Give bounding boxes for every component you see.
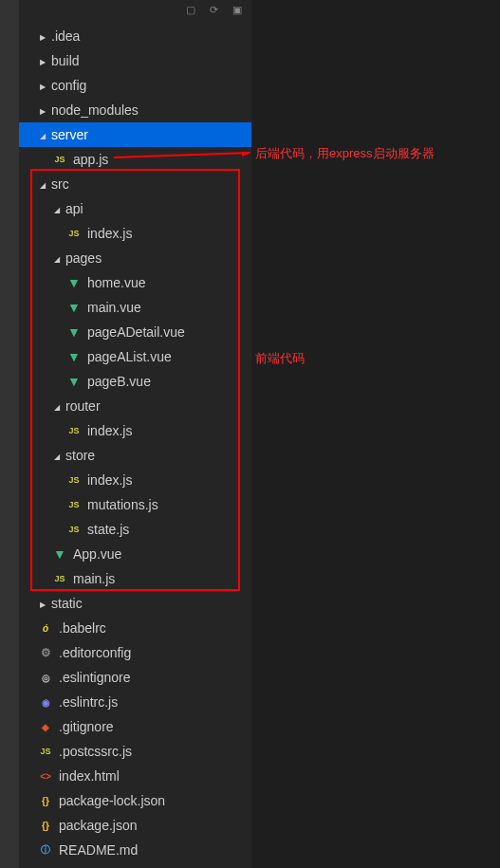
file-label: package-lock.json [59, 793, 165, 808]
file-label: .editorconfig [59, 645, 131, 660]
file-package-lock[interactable]: {} package-lock.json [19, 788, 251, 813]
babel-icon: ό [38, 620, 53, 636]
header-actions: ▢ ⟳ ▣ [186, 4, 242, 16]
chevron-down-icon [52, 253, 62, 264]
file-label: mutations.js [87, 497, 158, 512]
file-label: home.vue [87, 275, 145, 290]
activity-bar [0, 0, 19, 868]
collapse-icon[interactable]: ▣ [232, 4, 242, 16]
editor-area [251, 0, 498, 868]
file-label: .postcssrc.js [59, 744, 132, 759]
folder-label: static [51, 596, 83, 611]
file-tree: .idea build config node_modules server [19, 19, 251, 862]
json-icon: {} [38, 818, 53, 833]
file-home-vue[interactable]: ▼ home.vue [19, 270, 251, 295]
vue-icon: ▼ [66, 349, 82, 364]
explorer-header: ▢ ⟳ ▣ [19, 0, 251, 19]
vue-icon: ▼ [66, 374, 82, 389]
folder-config[interactable]: config [19, 73, 251, 98]
folder-label: config [51, 78, 86, 93]
file-pageadetail-vue[interactable]: ▼ pageADetail.vue [19, 320, 251, 344]
file-mutations-js[interactable]: JS mutations.js [19, 492, 251, 517]
file-label: package.json [59, 818, 138, 833]
chevron-down-icon [38, 179, 47, 190]
file-label: app.js [73, 152, 108, 167]
folder-label: node_modules [51, 102, 139, 118]
folder-node-modules[interactable]: node_modules [19, 98, 251, 122]
file-router-index-js[interactable]: JS index.js [19, 418, 251, 443]
file-eslintignore[interactable]: ◎ .eslintignore [19, 665, 251, 690]
js-icon: JS [52, 571, 67, 586]
json-icon: {} [38, 793, 53, 808]
file-label: pageADetail.vue [87, 324, 185, 340]
eslint-icon: ◉ [38, 694, 53, 710]
folder-label: server [51, 127, 88, 142]
file-label: pageB.vue [87, 374, 151, 389]
js-icon: JS [66, 226, 82, 241]
file-app-vue[interactable]: ▼ App.vue [19, 542, 251, 566]
chevron-right-icon [38, 599, 47, 609]
folder-label: pages [65, 250, 102, 266]
file-label: .gitignore [59, 719, 114, 734]
file-readme[interactable]: ⓘ README.md [19, 838, 251, 862]
file-eslintrc[interactable]: ◉ .eslintrc.js [19, 690, 251, 714]
folder-static[interactable]: static [19, 591, 251, 616]
file-label: pageAList.vue [87, 349, 172, 364]
file-store-index-js[interactable]: JS index.js [19, 468, 251, 492]
annotation-backend-label: 后端代码，用express启动服务器 [255, 145, 435, 162]
folder-server[interactable]: server [19, 122, 251, 147]
chevron-right-icon [38, 31, 47, 42]
folder-build[interactable]: build [19, 48, 251, 73]
folder-src[interactable]: src [19, 172, 251, 196]
file-gitignore[interactable]: ◆ .gitignore [19, 714, 251, 739]
folder-router[interactable]: router [19, 394, 251, 418]
file-label: index.js [87, 226, 132, 241]
chevron-down-icon [52, 401, 62, 412]
file-label: .babelrc [59, 620, 106, 636]
folder-idea[interactable]: .idea [19, 24, 251, 48]
chevron-right-icon [38, 105, 47, 116]
file-api-index-js[interactable]: JS index.js [19, 221, 251, 246]
js-icon: JS [66, 472, 82, 488]
folder-label: store [65, 448, 95, 463]
js-icon: JS [66, 522, 82, 537]
html-icon: <> [38, 768, 53, 784]
js-icon: JS [66, 497, 82, 512]
file-label: .eslintrc.js [59, 694, 118, 710]
file-main-js[interactable]: JS main.js [19, 566, 251, 591]
vue-icon: ▼ [66, 324, 82, 340]
file-label: README.md [59, 842, 138, 858]
file-pagealist-vue[interactable]: ▼ pageAList.vue [19, 344, 251, 369]
file-pageb-vue[interactable]: ▼ pageB.vue [19, 369, 251, 394]
folder-pages[interactable]: pages [19, 246, 251, 270]
file-editorconfig[interactable]: ⚙ .editorconfig [19, 640, 251, 665]
new-file-icon[interactable]: ▢ [186, 4, 195, 16]
file-label: .eslintignore [59, 670, 131, 685]
file-index-html[interactable]: <> index.html [19, 764, 251, 788]
folder-label: src [51, 176, 69, 192]
new-folder-icon[interactable]: ⟳ [210, 4, 218, 16]
chevron-down-icon [38, 130, 47, 140]
file-postcssrc[interactable]: JS .postcssrc.js [19, 739, 251, 764]
folder-api[interactable]: api [19, 196, 251, 221]
info-icon: ⓘ [38, 842, 53, 858]
chevron-right-icon [38, 56, 47, 66]
chevron-down-icon [52, 451, 62, 461]
file-package-json[interactable]: {} package.json [19, 813, 251, 838]
folder-label: .idea [51, 28, 80, 44]
folder-store[interactable]: store [19, 443, 251, 468]
file-main-vue[interactable]: ▼ main.vue [19, 295, 251, 320]
chevron-right-icon [38, 81, 47, 91]
gear-icon: ⚙ [38, 645, 53, 660]
folder-label: router [65, 398, 101, 414]
file-label: main.vue [87, 300, 141, 315]
eslint-icon: ◎ [38, 670, 53, 685]
file-explorer-sidebar: ▢ ⟳ ▣ .idea build config [19, 0, 251, 868]
file-label: state.js [87, 522, 129, 537]
annotation-frontend-label: 前端代码 [255, 350, 305, 367]
file-app-js[interactable]: JS app.js [19, 147, 251, 172]
file-state-js[interactable]: JS state.js [19, 517, 251, 542]
js-icon: JS [38, 744, 53, 759]
vue-icon: ▼ [66, 275, 82, 290]
file-babelrc[interactable]: ό .babelrc [19, 616, 251, 640]
